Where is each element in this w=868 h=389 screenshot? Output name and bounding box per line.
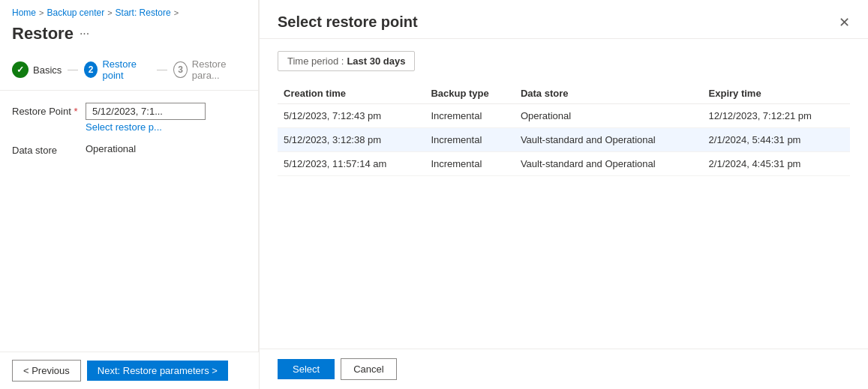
checkmark-icon [17,64,24,75]
restore-point-label: Restore Point * [12,103,80,117]
step-restore-params-circle: 3 [173,61,188,78]
required-star: * [74,106,77,117]
cell-data-store: Vault-standard and Operational [515,128,703,152]
cancel-button[interactable]: Cancel [341,358,396,380]
restore-table: Creation time Backup type Data store Exp… [278,83,850,176]
breadcrumb-start-restore[interactable]: Start: Restore [116,7,171,18]
step-sep-2 [157,70,167,70]
data-store-label: Data store [12,142,80,156]
breadcrumb-sep-1: > [39,8,44,17]
cell-expiry-time: 2/1/2024, 4:45:31 pm [703,152,850,176]
restore-point-value-col: 5/12/2023, 7:1... Select restore p... [86,103,206,133]
modal-overlay: Select restore point ✕ Time period : Las… [259,0,868,389]
breadcrumb-sep-2: > [107,8,112,17]
col-data-store: Data store [515,83,703,104]
col-creation-time: Creation time [278,83,425,104]
step-sep-1 [68,70,78,70]
breadcrumb-backup-center[interactable]: Backup center [47,7,104,18]
time-period-value: Last 30 days [347,55,405,67]
step-basics-circle [12,61,29,78]
page-title-row: Restore ··· [0,21,258,52]
cell-creation-time: 5/12/2023, 11:57:14 am [278,152,425,176]
col-backup-type: Backup type [425,83,515,104]
left-panel: Home > Backup center > Start: Restore > … [0,0,259,389]
cell-data-store: Vault-standard and Operational [515,152,703,176]
breadcrumb: Home > Backup center > Start: Restore > [0,0,258,21]
step-restore-params-label: Restore para... [192,58,246,81]
modal-header: Select restore point ✕ [260,0,868,39]
page-menu-icon[interactable]: ··· [80,27,89,40]
modal-body: Time period : Last 30 days Creation time… [260,39,868,349]
step-restore-params[interactable]: 3 Restore para... [173,58,246,81]
breadcrumb-sep-3: > [174,8,179,17]
table-row[interactable]: 5/12/2023, 7:12:43 pmIncrementalOperatio… [278,104,850,128]
step-restore-point-label: Restore point [102,58,151,81]
modal-close-button[interactable]: ✕ [839,16,850,29]
step-basics-label: Basics [33,64,62,76]
restore-point-row: Restore Point * 5/12/2023, 7:1... Select… [12,103,246,133]
cell-expiry-time: 2/1/2024, 5:44:31 pm [703,128,850,152]
form-area: Restore Point * 5/12/2023, 7:1... Select… [0,91,258,389]
cell-backup-type: Incremental [425,128,515,152]
steps-row: Basics 2 Restore point 3 Restore para... [0,52,258,91]
restore-point-input[interactable]: 5/12/2023, 7:1... [86,103,206,120]
cell-creation-time: 5/12/2023, 7:12:43 pm [278,104,425,128]
cell-creation-time: 5/12/2023, 3:12:38 pm [278,128,425,152]
cell-backup-type: Incremental [425,152,515,176]
previous-button[interactable]: < Previous [12,360,81,382]
data-store-value: Operational [86,142,136,154]
bottom-bar: < Previous Next: Restore parameters > [0,352,259,389]
step-basics[interactable]: Basics [12,61,62,78]
modal-title: Select restore point [278,13,418,31]
table-row[interactable]: 5/12/2023, 3:12:38 pmIncrementalVault-st… [278,128,850,152]
page-title: Restore [12,24,74,43]
cell-data-store: Operational [515,104,703,128]
select-button[interactable]: Select [278,359,335,379]
cell-expiry-time: 12/12/2023, 7:12:21 pm [703,104,850,128]
time-period-bar[interactable]: Time period : Last 30 days [278,51,415,71]
select-restore-link[interactable]: Select restore p... [86,121,206,133]
data-store-row: Data store Operational [12,142,246,156]
breadcrumb-home[interactable]: Home [12,7,36,18]
step-restore-point[interactable]: 2 Restore point [84,58,152,81]
col-expiry-time: Expiry time [703,83,850,104]
next-button[interactable]: Next: Restore parameters > [87,361,228,381]
table-header-row: Creation time Backup type Data store Exp… [278,83,850,104]
step-restore-point-circle: 2 [84,61,98,78]
modal-footer: Select Cancel [260,349,868,389]
time-period-label: Time period : [287,55,344,67]
table-row[interactable]: 5/12/2023, 11:57:14 amIncrementalVault-s… [278,152,850,176]
cell-backup-type: Incremental [425,104,515,128]
